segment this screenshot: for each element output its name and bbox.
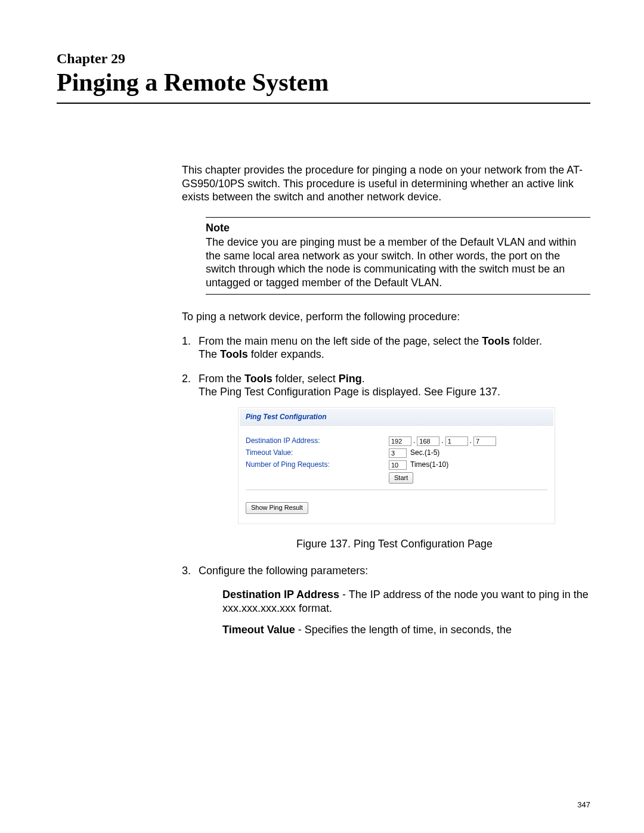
destination-ip-label: Destination IP Address: xyxy=(246,436,389,445)
text: From the main menu on the left side of t… xyxy=(199,335,482,347)
ip-octet-4[interactable] xyxy=(473,436,496,446)
page: Chapter 29 Pinging a Remote System This … xyxy=(0,0,644,833)
requests-label: Number of Ping Requests: xyxy=(246,460,389,469)
figure-separator xyxy=(246,490,547,490)
ping-config-figure: Ping Test Configuration Destination IP A… xyxy=(238,407,555,525)
param-label: Destination IP Address xyxy=(222,589,339,600)
figure-body: Destination IP Address: . . . Timeout Va… xyxy=(239,427,555,503)
steps-list: From the main menu on the left side of t… xyxy=(182,335,590,637)
text: folder, select xyxy=(273,373,339,385)
param-timeout: Timeout Value - Specifies the length of … xyxy=(222,623,590,637)
intro-paragraph: This chapter provides the procedure for … xyxy=(182,163,590,204)
step-2-line-1: From the Tools folder, select Ping. xyxy=(199,373,365,385)
text: . xyxy=(362,373,365,385)
procedure-lead: To ping a network device, perform the fo… xyxy=(182,310,590,324)
note-heading: Note xyxy=(206,221,590,235)
requests-suffix: Times(1-10) xyxy=(410,460,448,469)
show-ping-result-button[interactable]: Show Ping Result xyxy=(246,502,308,514)
body-column: This chapter provides the procedure for … xyxy=(182,163,590,637)
start-button[interactable]: Start xyxy=(389,472,413,484)
step-3-lead: Configure the following parameters: xyxy=(199,564,590,578)
ip-octet-2[interactable] xyxy=(417,436,439,446)
step-1: From the main menu on the left side of t… xyxy=(182,335,590,361)
page-title: Pinging a Remote System xyxy=(57,68,590,97)
step-1-line-2: The Tools folder expands. xyxy=(199,348,324,360)
step-3: Configure the following parameters: Dest… xyxy=(182,564,590,637)
figure-header: Ping Test Configuration xyxy=(240,409,553,426)
bold-tools: Tools xyxy=(220,348,248,360)
figure-footer: Show Ping Result xyxy=(239,502,555,524)
title-rule xyxy=(57,103,590,104)
row-start: Start xyxy=(246,472,547,484)
step-1-line-1: From the main menu on the left side of t… xyxy=(199,335,542,347)
step-2: From the Tools folder, select Ping. The … xyxy=(182,372,590,551)
step-2-line-2: The Ping Test Configuration Page is disp… xyxy=(199,386,500,398)
row-destination-ip: Destination IP Address: . . . xyxy=(246,436,547,446)
bold-tools: Tools xyxy=(244,373,273,385)
row-requests: Number of Ping Requests: Times(1-10) xyxy=(246,460,547,470)
page-number: 347 xyxy=(577,800,590,809)
bold-ping: Ping xyxy=(339,373,362,385)
ip-octet-1[interactable] xyxy=(389,436,411,446)
timeout-label: Timeout Value: xyxy=(246,448,389,457)
ip-dot: . xyxy=(468,436,473,445)
ip-dot: . xyxy=(411,436,417,445)
param-label: Timeout Value xyxy=(222,624,295,636)
text: folder expands. xyxy=(248,348,324,360)
note-box: Note The device you are pinging must be … xyxy=(206,217,590,295)
ip-octet-3[interactable] xyxy=(445,436,468,446)
param-text: - Specifies the length of time, in secon… xyxy=(295,624,512,636)
ip-dot: . xyxy=(439,436,445,445)
timeout-input[interactable] xyxy=(389,448,407,458)
row-timeout: Timeout Value: Sec.(1-5) xyxy=(246,448,547,458)
figure-caption: Figure 137. Ping Test Configuration Page xyxy=(199,537,590,551)
text: The xyxy=(199,348,220,360)
text: From the xyxy=(199,373,244,385)
bold-tools: Tools xyxy=(482,335,510,347)
timeout-suffix: Sec.(1-5) xyxy=(410,448,439,457)
param-destination-ip: Destination IP Address - The IP address … xyxy=(222,588,590,615)
text: folder. xyxy=(510,335,542,347)
chapter-label: Chapter 29 xyxy=(57,51,590,67)
requests-input[interactable] xyxy=(389,460,407,470)
note-body: The device you are pinging must be a mem… xyxy=(206,236,590,289)
